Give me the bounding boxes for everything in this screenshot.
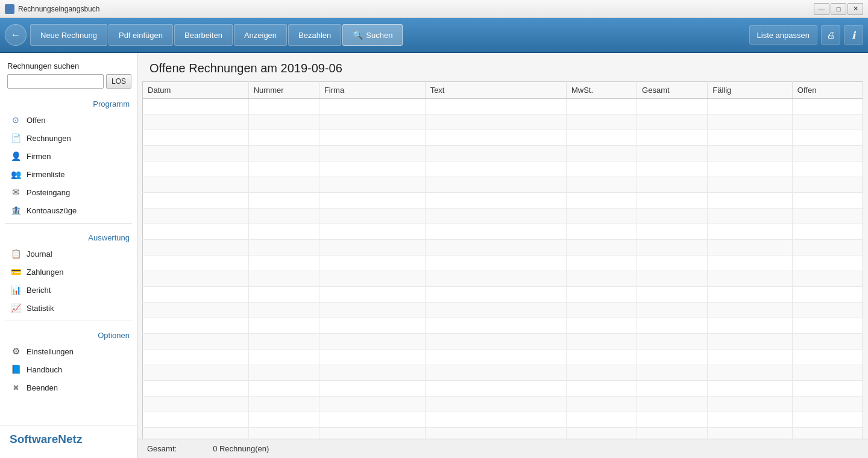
bearbeiten-button[interactable]: Bearbeiten [174,24,233,46]
table-cell [319,209,425,224]
table-cell [637,334,708,350]
mail-icon: ✉ [10,186,22,198]
table-cell [319,303,425,318]
table-cell [248,114,319,130]
table-cell [708,177,793,193]
logo-area: SoftwareNetz [0,425,137,453]
sidebar-item-firmen[interactable]: 👤 Firmen [0,147,137,165]
sidebar-item-rechnungen[interactable]: 📄 Rechnungen [0,129,137,147]
close-button[interactable]: ✕ [848,3,863,15]
table-cell [319,177,425,193]
sidebar-item-kontoauszuege[interactable]: 🏦 Kontoauszüge [0,201,137,219]
back-button[interactable]: ← [5,24,27,46]
table-cell [792,114,863,130]
table-cell [425,318,566,334]
liste-anpassen-button[interactable]: Liste anpassen [749,25,817,45]
table-cell [319,318,425,334]
sidebar-item-posteingang[interactable]: ✉ Posteingang [0,183,137,201]
table-cell [319,256,425,271]
table-row [143,365,863,381]
search-input[interactable] [7,74,104,89]
table-cell [248,130,319,146]
table-cell [792,256,863,271]
journal-label: Journal [27,249,52,259]
table-cell [708,365,793,381]
table-cell [637,177,708,193]
rechnungen-table: Datum Nummer Firma Text MwSt. Gesamt Fäl… [142,81,863,439]
settings-icon: ⚙ [10,345,22,357]
anzeigen-button[interactable]: Anzeigen [234,24,287,46]
table-cell [708,130,793,146]
sidebar-item-handbuch[interactable]: 📘 Handbuch [0,360,137,378]
pdf-einfuegen-button[interactable]: Pdf einfügen [108,24,173,46]
col-text: Text [425,82,566,99]
table-cell [566,412,637,428]
table-row [143,381,863,397]
sidebar-item-zahlungen[interactable]: 💳 Zahlungen [0,263,137,281]
table-row [143,99,863,114]
sidebar-item-firmenliste[interactable]: 👥 Firmenliste [0,165,137,183]
table-cell [143,303,249,318]
table-cell [566,256,637,271]
divider-1 [5,223,132,224]
table-cell [792,130,863,146]
table-cell [143,193,249,209]
table-cell [792,287,863,303]
suchen-button[interactable]: 🔍 Suchen [342,24,403,46]
table-cell [708,350,793,365]
table-cell [248,99,319,114]
info-button[interactable]: ℹ [844,25,863,45]
table-cell [248,177,319,193]
table-cell [566,334,637,350]
divider-2 [5,321,132,321]
sidebar-item-beenden[interactable]: ✖ Beenden [0,378,137,397]
table-cell [425,271,566,287]
table-cell [792,318,863,334]
bezahlen-button[interactable]: Bezahlen [288,24,341,46]
programm-section-header: Programm [0,93,137,111]
table-cell [637,162,708,177]
persons-icon: 👥 [10,168,22,180]
table-cell [425,146,566,162]
search-go-button[interactable]: LOS [106,74,131,89]
table-row [143,130,863,146]
table-cell [248,224,319,240]
table-cell [425,177,566,193]
content-header: Offene Rechnungen am 2019-09-06 [137,53,868,81]
minimize-button[interactable]: — [814,3,829,15]
table-cell [425,99,566,114]
sidebar-item-statistik[interactable]: 📈 Statistik [0,299,137,317]
sidebar-item-bericht[interactable]: 📊 Bericht [0,281,137,299]
table-cell [248,381,319,397]
table-cell [566,428,637,439]
search-label: Rechnungen suchen [7,61,130,71]
auswertung-section-header: Auswertung [0,227,137,245]
table-cell [425,162,566,177]
table-cell [708,318,793,334]
table-cell [248,287,319,303]
table-cell [792,412,863,428]
content-footer: Gesamt: 0 Rechnung(en) [137,439,868,458]
sidebar-item-journal[interactable]: 📋 Journal [0,245,137,263]
table-cell [319,99,425,114]
table-cell [425,412,566,428]
table-cell [637,256,708,271]
sidebar-item-offen[interactable]: ⊙ Offen [0,111,137,129]
maximize-button[interactable]: □ [831,3,846,15]
table-cell [792,428,863,439]
posteingang-label: Posteingang [27,188,70,197]
table-cell [708,428,793,439]
table-cell [792,350,863,365]
print-button[interactable]: 🖨 [821,25,840,45]
table-cell [319,224,425,240]
optionen-section-header: Optionen [0,325,137,342]
neue-rechnung-button[interactable]: Neue Rechnung [30,24,107,46]
search-section: Rechnungen suchen LOS [0,53,137,93]
table-cell [143,209,249,224]
table-cell [319,428,425,439]
table-cell [566,397,637,412]
sidebar-item-einstellungen[interactable]: ⚙ Einstellungen [0,342,137,360]
table-cell [708,193,793,209]
table-cell [143,271,249,287]
col-datum: Datum [143,82,249,99]
